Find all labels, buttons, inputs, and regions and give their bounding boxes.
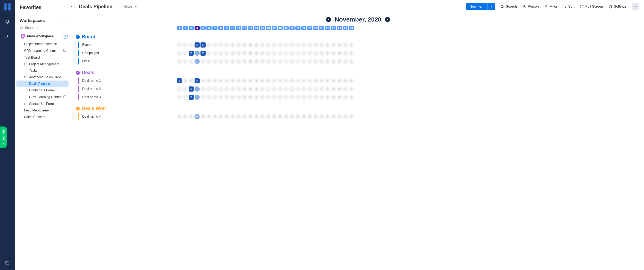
sidebar-search-input[interactable] [25,26,67,30]
add-cell[interactable] [331,95,336,100]
calendar-card[interactable] [200,51,206,56]
add-cell[interactable] [248,86,253,92]
add-cell[interactable] [230,42,235,48]
add-cell[interactable] [230,59,235,64]
add-cell[interactable] [242,78,247,83]
add-cell[interactable] [266,51,271,56]
add-cell[interactable] [206,42,212,48]
add-board-button[interactable]: + [63,34,68,39]
add-cell[interactable] [296,86,300,92]
add-cell[interactable] [218,51,224,56]
day-11[interactable]: 11 [236,26,241,30]
add-cell[interactable] [307,78,312,83]
add-cell[interactable] [272,51,277,56]
add-cell[interactable] [218,42,224,48]
day-8[interactable]: 8 [218,26,224,30]
tree-item-1[interactable]: CRM Learning Center [16,47,68,54]
add-cell[interactable] [177,42,182,48]
add-cell[interactable] [230,78,235,83]
tree-item-9[interactable]: Contact Us Form [16,101,68,107]
day-12[interactable]: 12 [242,26,247,30]
calendar-icon[interactable] [3,258,12,267]
tree-item-4[interactable]: Tasks [16,67,68,74]
add-cell[interactable] [236,42,241,48]
add-cell[interactable] [307,114,312,119]
add-cell[interactable] [272,86,277,92]
add-cell[interactable] [248,42,253,48]
add-hole[interactable] [194,51,200,56]
add-cell[interactable] [266,114,271,119]
add-cell[interactable] [200,78,206,83]
add-cell[interactable] [301,51,306,56]
add-cell[interactable] [188,42,194,48]
add-cell[interactable] [230,95,235,100]
collapse-sidebar-button[interactable] [69,4,75,10]
add-cell[interactable] [254,78,259,83]
day-20[interactable]: 20 [290,26,294,30]
add-cell[interactable] [200,95,206,100]
calendar-card[interactable] [200,42,206,48]
add-cell[interactable] [224,51,229,56]
day-13[interactable]: 13 [248,26,253,30]
fullscreen-action[interactable]: Full Screen [580,5,603,9]
add-cell[interactable] [301,42,306,48]
day-16[interactable]: 16 [266,26,271,30]
add-cell[interactable] [284,78,289,83]
add-cell[interactable] [200,86,206,92]
add-cell[interactable] [188,59,194,64]
add-cell[interactable] [183,114,188,119]
add-cell[interactable] [177,86,182,92]
add-cell[interactable] [236,59,241,64]
add-cell[interactable] [337,59,342,64]
item-label[interactable]: Deal name 2 [82,87,104,91]
add-cell[interactable] [212,51,218,56]
add-cell[interactable] [230,51,235,56]
item-label[interactable]: Deal name 1 [82,79,104,83]
add-cell[interactable] [343,42,348,48]
add-cell[interactable] [325,42,330,48]
add-cell[interactable] [177,51,182,56]
add-cell[interactable] [266,95,271,100]
add-cell[interactable] [319,86,324,92]
add-cell[interactable] [278,95,283,100]
add-cell[interactable] [206,78,212,83]
add-cell[interactable] [337,42,342,48]
add-cell[interactable] [212,95,218,100]
add-cell[interactable] [290,51,294,56]
add-cell[interactable] [307,42,312,48]
add-cell[interactable] [177,95,182,100]
item-label[interactable]: Events [82,43,104,47]
add-hole[interactable] [194,95,200,100]
add-cell[interactable] [325,86,330,92]
calendar-card[interactable] [188,95,194,100]
add-cell[interactable] [313,42,318,48]
more-button[interactable] [632,3,639,10]
person-action[interactable]: Person [522,5,539,9]
add-cell[interactable] [260,51,265,56]
notes-dropdown[interactable]: Notes [118,5,137,9]
add-cell[interactable] [177,114,182,119]
add-cell[interactable] [313,114,318,119]
day-2[interactable]: 2 [183,26,188,30]
add-cell[interactable] [242,114,247,119]
group-toggle[interactable] [76,35,80,39]
add-cell[interactable] [272,95,277,100]
add-cell[interactable] [236,78,241,83]
add-cell[interactable] [301,95,306,100]
add-cell[interactable] [284,95,289,100]
add-cell[interactable] [254,95,259,100]
add-cell[interactable] [296,51,300,56]
add-cell[interactable] [200,114,206,119]
add-cell[interactable] [266,78,271,83]
add-cell[interactable] [254,59,259,64]
tree-item-0[interactable]: Project board example [16,41,68,47]
add-cell[interactable] [337,86,342,92]
add-cell[interactable] [212,59,218,64]
add-cell[interactable] [254,86,259,92]
day-25[interactable]: 25 [319,26,324,30]
add-cell[interactable] [266,86,271,92]
add-cell[interactable] [296,78,300,83]
add-cell[interactable] [183,42,188,48]
day-29[interactable]: 29 [343,26,348,30]
tree-item-3[interactable]: Project Management [16,61,68,67]
